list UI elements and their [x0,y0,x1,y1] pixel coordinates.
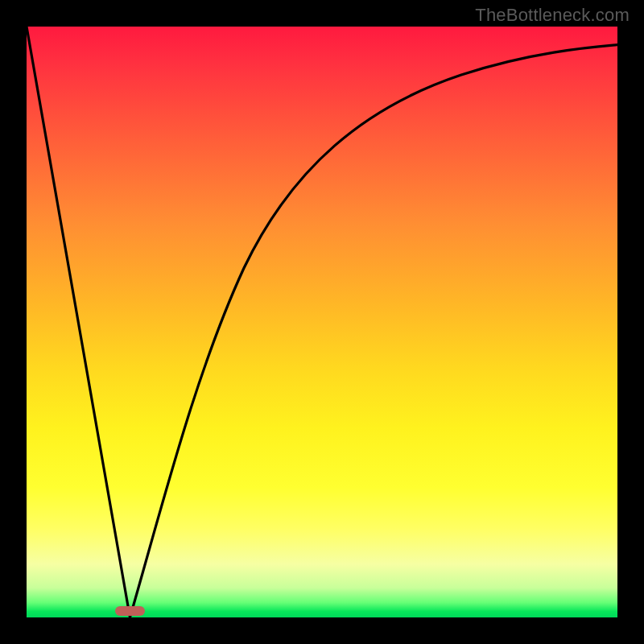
plot-area [27,27,617,617]
optimal-marker [115,606,145,616]
chart-frame: TheBottleneck.com [0,0,644,644]
bottleneck-curve [27,27,617,617]
curve-layer [27,27,617,617]
attribution-text: TheBottleneck.com [475,5,630,26]
